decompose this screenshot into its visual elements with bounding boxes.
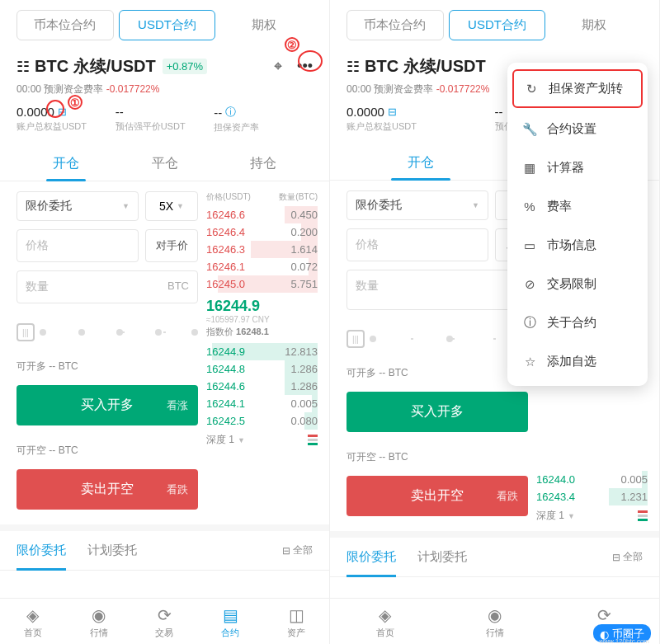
orderbook-row[interactable]: 16242.50.080 (206, 412, 318, 430)
leverage-slider[interactable]: ||| (346, 318, 528, 355)
pair-switch-icon[interactable]: ☷ (346, 58, 360, 76)
tab-usdt-margined[interactable]: USDT合约 (449, 10, 546, 40)
more-menu: ↻担保资产划转 🔧合约设置 ▦计算器 %费率 ▭市场信息 ⊘交易限制 ⓘ关于合约… (507, 63, 648, 386)
tab-coin-margined[interactable]: 币本位合约 (16, 10, 114, 40)
menu-fee-rate[interactable]: %费率 (507, 187, 648, 226)
tab-positions[interactable]: 持仓 (214, 147, 313, 181)
order-type-select[interactable]: 限价委托▼ (346, 190, 488, 220)
menu-transfer[interactable]: ↻担保资产划转 (512, 69, 643, 108)
menu-trade-limit[interactable]: ⊘交易限制 (507, 265, 648, 303)
tab-open[interactable]: 开仓 (346, 146, 495, 180)
orderbook-row[interactable]: 16244.81.286 (206, 360, 318, 378)
orderbook-row[interactable]: 16246.60.450 (206, 206, 318, 223)
phone-left: 币本位合约 USDT合约 期权 ☷ BTC 永续/USDT +0.87% ⌖ •… (0, 0, 330, 644)
tab-options[interactable]: 期权 (545, 10, 643, 40)
watermark-url: www.120btc.com (600, 637, 649, 644)
view-all-orders[interactable]: ⊟全部 (612, 550, 643, 564)
tab-limit-orders[interactable]: 限价委托 (346, 538, 396, 576)
tab-options[interactable]: 期权 (215, 10, 313, 40)
orderbook-row[interactable]: 16244.00.005 (536, 471, 648, 488)
info-icon[interactable]: ⓘ (225, 105, 236, 120)
position-tabs: 开仓 平仓 持仓 (0, 143, 329, 181)
depth-select[interactable]: 深度 1▼ (206, 433, 245, 447)
annotation-num-2: ② (285, 37, 299, 52)
contract-type-tabs: 币本位合约 USDT合约 期权 (0, 0, 329, 49)
tab-open[interactable]: 开仓 (16, 147, 116, 181)
quantity-input[interactable]: 数量BTC (16, 270, 198, 303)
price-input[interactable]: 价格 (346, 228, 488, 261)
nav-trade[interactable]: ⟳交易 (132, 605, 198, 639)
orderbook-row[interactable]: 16244.61.286 (206, 378, 318, 395)
menu-settings[interactable]: 🔧合约设置 (507, 110, 648, 148)
opponent-price-button[interactable]: 对手价 (145, 229, 198, 262)
pair-change-pct: +0.87% (163, 59, 207, 74)
nav-contract[interactable]: ▤合约 (197, 605, 263, 639)
menu-market-info[interactable]: ▭市场信息 (507, 226, 648, 265)
nav-home[interactable]: ◈首页 (0, 605, 66, 639)
available-short: 可开空 -- BTC (16, 440, 198, 461)
buy-long-button[interactable]: 买入开多看涨 (16, 385, 198, 425)
orderbook-row[interactable]: 16244.10.005 (206, 395, 318, 412)
sell-short-button[interactable]: 卖出开空看跌 (346, 476, 528, 516)
available-long: 可开多 -- BTC (16, 356, 198, 377)
trade-area: 限价委托▼ 5X▼ 价格 对手价 数量BTC ||| 可开多 -- BTC 买入… (0, 181, 329, 516)
nav-assets[interactable]: ◫资产 (263, 605, 329, 639)
nav-home[interactable]: ◈首页 (330, 605, 440, 639)
view-all-orders[interactable]: ⊟全部 (282, 543, 313, 557)
orderbook-row[interactable]: 16246.31.614 (206, 241, 318, 258)
tab-limit-orders[interactable]: 限价委托 (16, 531, 66, 570)
phone-right: 币本位合约 USDT合约 期权 ☷ BTC 永续/USDT 00:00 预测资金… (330, 0, 660, 644)
pair-name[interactable]: BTC 永续/USDT (365, 55, 486, 78)
orderbook-row[interactable]: 16243.41.231 (536, 488, 648, 505)
orderbook-row[interactable]: 16244.912.813 (206, 343, 318, 360)
nav-market[interactable]: ◉行情 (440, 605, 549, 639)
buy-long-button[interactable]: 买入开多 (346, 392, 528, 432)
depth-select[interactable]: 深度 1▼ (536, 509, 575, 523)
nav-market[interactable]: ◉行情 (66, 605, 132, 639)
tab-usdt-margined[interactable]: USDT合约 (119, 10, 216, 40)
orders-tabs: 限价委托 计划委托 ⊟全部 (0, 524, 329, 571)
last-price: 16244.9 (206, 298, 318, 315)
pair-header: ☷ BTC 永续/USDT +0.87% ⌖ ••• ② (0, 49, 329, 81)
tab-coin-margined[interactable]: 币本位合约 (346, 10, 444, 40)
order-type-select[interactable]: 限价委托▼ (16, 191, 139, 221)
sell-short-button[interactable]: 卖出开空看跌 (16, 469, 198, 510)
funding-fee-row: 00:00 预测资金费率 -0.017722% (0, 81, 329, 101)
balance-row: ① 0.0000⊟ 账户总权益USDT -- 预估强平价USDT -- ⓘ 担保… (0, 101, 329, 140)
orderbook-row[interactable]: 16246.40.200 (206, 223, 318, 241)
menu-about[interactable]: ⓘ关于合约 (507, 303, 648, 342)
leverage-slider[interactable]: ||| (16, 312, 198, 348)
leverage-select[interactable]: 5X▼ (145, 191, 198, 221)
bottom-nav: ◈首页 ◉行情 ⟳交易 ▤合约 ◫资产 (0, 598, 329, 644)
chart-icon[interactable]: ⌖ (274, 58, 282, 75)
orderbook-row[interactable]: 16245.05.751 (206, 275, 318, 293)
orderbook-row[interactable]: 16246.10.072 (206, 258, 318, 275)
annotation-circle-1 (46, 100, 64, 118)
menu-favorite[interactable]: ☆添加自选 (507, 342, 648, 381)
orderbook: 价格(USDT)数量(BTC) 16246.60.45016246.40.200… (206, 191, 318, 516)
tab-plan-orders[interactable]: 计划委托 (87, 531, 137, 570)
menu-calculator[interactable]: ▦计算器 (507, 148, 648, 187)
pair-switch-icon[interactable]: ☷ (16, 58, 30, 76)
price-input[interactable]: 价格 (16, 229, 139, 262)
annotation-num-1: ① (68, 95, 82, 110)
quantity-input[interactable]: 数量 (346, 270, 528, 310)
orderbook-layout-toggle[interactable] (638, 510, 648, 521)
annotation-circle-2 (298, 50, 323, 72)
tab-close[interactable]: 平仓 (116, 147, 214, 181)
tab-plan-orders[interactable]: 计划委托 (417, 538, 467, 576)
orderbook-layout-toggle[interactable] (308, 435, 318, 445)
pair-name[interactable]: BTC 永续/USDT (35, 55, 156, 78)
